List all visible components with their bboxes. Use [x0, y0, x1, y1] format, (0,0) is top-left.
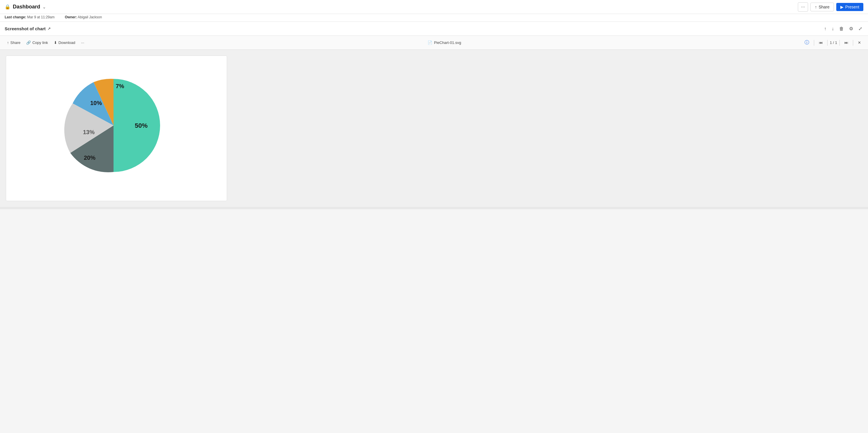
chart-card: 50% 20% 13% 10% 7% — [6, 56, 227, 201]
external-link-icon[interactable]: ↗ — [48, 27, 51, 31]
svg-text:13%: 13% — [83, 129, 95, 135]
top-header: 🔒 Dashboard ⌄ ··· ↑ Share ▶ Present — [0, 0, 868, 14]
section-actions: ↑ ↓ 🗑 ⚙ ⤢ — [823, 25, 863, 33]
share-toolbar-label: Share — [10, 40, 21, 45]
toolbar-right: ⓘ ⏮ 1 / 1 ⏭ ✕ — [802, 38, 863, 47]
scroll-bar[interactable] — [0, 207, 868, 209]
header-right: ··· ↑ Share ▶ Present — [798, 2, 863, 12]
expand-button[interactable]: ⤢ — [857, 25, 863, 33]
play-icon: ▶ — [840, 5, 843, 9]
share-button[interactable]: ↑ Share — [810, 3, 834, 11]
share-toolbar-icon: ↑ — [7, 40, 9, 45]
pie-chart: 50% 20% 13% 10% 7% — [55, 67, 178, 189]
info-button[interactable]: ⓘ — [802, 38, 811, 47]
nav-last-button[interactable]: ⏭ — [842, 39, 850, 46]
chevron-down-icon: ⌄ — [42, 5, 46, 9]
settings-button[interactable]: ⚙ — [848, 25, 854, 33]
move-down-button[interactable]: ↓ — [831, 25, 835, 33]
lock-icon: 🔒 — [5, 4, 10, 9]
svg-text:10%: 10% — [90, 100, 102, 106]
separator-1 — [814, 40, 814, 46]
header-left: 🔒 Dashboard ⌄ — [5, 4, 46, 10]
info-icon: ⓘ — [805, 39, 809, 46]
move-up-button[interactable]: ↑ — [823, 25, 828, 33]
copy-link-button[interactable]: 🔗 Copy link — [24, 39, 50, 46]
chart-viewer: 50% 20% 13% 10% 7% — [0, 50, 868, 207]
page-title: Dashboard — [13, 4, 40, 10]
page-indicator: 1 / 1 — [830, 40, 837, 45]
file-icon: 📄 — [428, 40, 432, 45]
download-label: Download — [59, 40, 75, 45]
download-button[interactable]: ⬇ Download — [52, 39, 78, 46]
svg-text:7%: 7% — [116, 83, 124, 89]
separator-2 — [827, 40, 828, 46]
meta-row: Last change: Mar 9 at 11:29am Owner: Abi… — [0, 14, 868, 22]
last-change: Last change: Mar 9 at 11:29am — [5, 15, 60, 19]
share-label: Share — [818, 5, 829, 9]
svg-text:50%: 50% — [135, 122, 148, 129]
separator-4 — [853, 40, 853, 46]
owner: Owner: Abigail Jackson — [65, 15, 106, 19]
share-toolbar-button[interactable]: ↑ Share — [5, 39, 23, 46]
link-icon: 🔗 — [26, 40, 31, 45]
section-title-text: Screenshot of chart — [5, 26, 46, 31]
more-options-button[interactable]: ··· — [798, 2, 808, 12]
share-icon: ↑ — [815, 5, 817, 9]
separator-3 — [839, 40, 840, 46]
nav-first-button[interactable]: ⏮ — [816, 39, 825, 46]
present-button[interactable]: ▶ Present — [836, 3, 863, 11]
close-viewer-button[interactable]: ✕ — [856, 39, 863, 46]
viewer-container: ↑ Share 🔗 Copy link ⬇ Download ··· 📄 Pie… — [0, 36, 868, 209]
present-label: Present — [845, 5, 859, 9]
viewer-toolbar: ↑ Share 🔗 Copy link ⬇ Download ··· 📄 Pie… — [0, 36, 868, 50]
file-name: PieChart-01.svg — [434, 40, 461, 45]
svg-text:20%: 20% — [84, 155, 95, 161]
section-header: Screenshot of chart ↗ ↑ ↓ 🗑 ⚙ ⤢ — [0, 22, 868, 36]
copy-link-label: Copy link — [32, 40, 48, 45]
viewer-more-button[interactable]: ··· — [79, 39, 87, 46]
delete-button[interactable]: 🗑 — [838, 25, 845, 33]
file-name-area: 📄 PieChart-01.svg — [88, 40, 801, 45]
section-title-area: Screenshot of chart ↗ — [5, 26, 51, 31]
download-icon: ⬇ — [54, 40, 57, 45]
